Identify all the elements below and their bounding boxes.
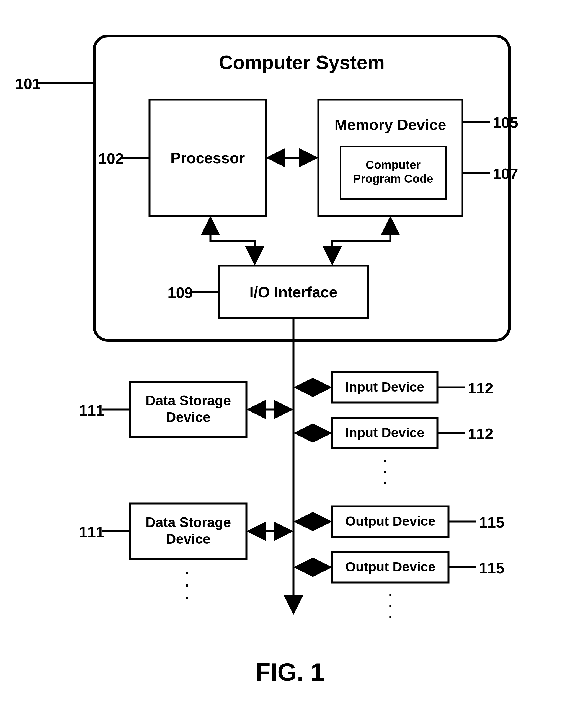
data-storage-2-l1: Data Storage	[146, 515, 231, 530]
computer-system-title: Computer System	[219, 52, 384, 73]
io-interface-title: I/O Interface	[249, 284, 337, 301]
ellipsis-storage3: .	[185, 585, 191, 602]
program-code-title-l1: Computer	[366, 158, 421, 171]
data-storage-2-l2: Device	[166, 531, 210, 547]
processor-title: Processor	[170, 150, 245, 166]
figure-caption: FIG. 1	[255, 658, 325, 686]
ref-101: 101	[15, 75, 41, 93]
ellipsis-input3: .	[383, 472, 387, 487]
output-device-1-title: Output Device	[345, 514, 435, 528]
memory-title: Memory Device	[334, 116, 446, 133]
output-device-2-title: Output Device	[345, 560, 435, 574]
arrow-memory-io	[332, 219, 390, 262]
ref-111b: 111	[79, 523, 104, 541]
arrow-processor-io	[210, 219, 255, 262]
diagram-canvas: Computer System 101 Processor 102 Memory…	[0, 0, 580, 728]
input-device-2-title: Input Device	[345, 425, 424, 440]
ref-102: 102	[98, 150, 124, 167]
ref-112a: 112	[468, 380, 493, 397]
ref-115b: 115	[479, 560, 504, 577]
ref-115a: 115	[479, 514, 504, 531]
input-device-1-title: Input Device	[345, 380, 424, 394]
data-storage-1-l2: Device	[166, 410, 210, 425]
data-storage-1-l1: Data Storage	[146, 393, 231, 409]
ellipsis-output3: .	[388, 606, 392, 622]
ref-105: 105	[493, 114, 518, 131]
ref-107: 107	[493, 165, 518, 182]
ref-109: 109	[168, 284, 193, 301]
ref-112b: 112	[468, 425, 493, 442]
program-code-title-l2: Program Code	[353, 172, 433, 185]
ref-111a: 111	[79, 402, 104, 419]
